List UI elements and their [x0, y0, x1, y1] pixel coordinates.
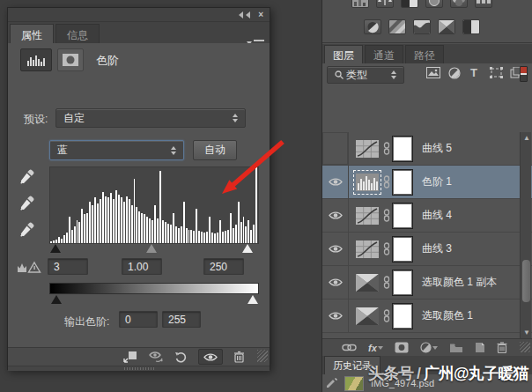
- gradient-map-icon[interactable]: [413, 19, 431, 34]
- mask-link-icon[interactable]: [383, 309, 390, 322]
- selective-color-icon[interactable]: [438, 19, 455, 34]
- mask-link-icon[interactable]: [383, 175, 390, 189]
- properties-window: × 属性 信息 色阶 预设: 自定 蓝 自动: [7, 7, 270, 370]
- filter-adjustment-layers-icon[interactable]: [448, 67, 461, 79]
- filter-type-layers-icon[interactable]: T: [470, 66, 477, 79]
- auto-button[interactable]: 自动: [193, 140, 237, 160]
- layer-row[interactable]: 选取颜色 1: [322, 300, 532, 333]
- snapshot-thumbnail[interactable]: [344, 376, 364, 391]
- channel-mixer-icon[interactable]: [450, 0, 468, 8]
- adjustment-thumbnail[interactable]: [355, 138, 380, 159]
- color-lookup-icon[interactable]: [475, 0, 492, 8]
- layer-row[interactable]: 选取颜色 1 副本: [322, 266, 532, 300]
- channel-select[interactable]: 蓝: [49, 140, 184, 160]
- reset-adjustment-icon[interactable]: [174, 349, 188, 365]
- layer-row[interactable]: 曲线 4: [322, 199, 532, 233]
- drag-handle-icon[interactable]: [124, 367, 156, 370]
- scrollbar-thumb[interactable]: [522, 260, 530, 302]
- tab-info[interactable]: 信息: [55, 24, 100, 43]
- layer-mask-thumbnail[interactable]: [392, 169, 413, 196]
- mask-link-icon[interactable]: [383, 142, 390, 155]
- layer-styles-icon[interactable]: fx: [368, 343, 383, 353]
- layers-tabbar: 图层 通道 路径: [322, 44, 532, 63]
- invert-icon[interactable]: [364, 19, 381, 34]
- filter-kind-select[interactable]: 类型: [327, 66, 404, 84]
- black-input-slider[interactable]: [50, 244, 61, 253]
- scroll-down-icon[interactable]: ▼: [523, 329, 530, 337]
- mask-link-icon[interactable]: [383, 242, 390, 255]
- layer-visibility-toggle[interactable]: [322, 266, 349, 299]
- white-point-eyedropper-icon[interactable]: [19, 222, 34, 237]
- layer-mask-thumbnail[interactable]: [392, 303, 413, 329]
- delete-adjustment-icon[interactable]: [233, 349, 245, 365]
- filter-shape-layers-icon[interactable]: [490, 67, 503, 78]
- input-black-field[interactable]: 3: [48, 258, 88, 275]
- input-gamma-field[interactable]: 1.00: [122, 258, 162, 275]
- tab-paths[interactable]: 路径: [405, 45, 444, 63]
- photo-filter-icon[interactable]: [425, 0, 443, 8]
- preset-select[interactable]: 自定: [55, 108, 246, 128]
- layer-row[interactable]: 曲线 5: [322, 132, 532, 166]
- new-layer-icon[interactable]: [475, 342, 485, 353]
- layer-visibility-toggle[interactable]: [322, 166, 349, 198]
- layer-mask-thumbnail[interactable]: [392, 136, 413, 162]
- layer-mask-thumbnail[interactable]: [392, 236, 413, 263]
- clip-to-layer-icon[interactable]: [123, 349, 137, 365]
- scroll-up-icon[interactable]: ▲: [523, 134, 530, 142]
- layer-visibility-toggle[interactable]: [322, 233, 349, 265]
- scrollbar[interactable]: ▲ ▼: [520, 132, 531, 338]
- adjustment-thumbnail[interactable]: [355, 272, 380, 293]
- toggle-visibility-icon[interactable]: [198, 349, 223, 365]
- gamma-input-slider[interactable]: [146, 244, 157, 253]
- mask-link-icon[interactable]: [383, 209, 390, 222]
- filter-toggle-switch[interactable]: [520, 66, 528, 82]
- delete-layer-icon[interactable]: [497, 342, 507, 353]
- output-white-slider[interactable]: [248, 295, 258, 304]
- collapse-panel-icon[interactable]: [239, 11, 250, 18]
- layer-visibility-toggle[interactable]: [322, 300, 349, 332]
- new-adjustment-layer-icon[interactable]: [420, 342, 438, 353]
- input-white-field[interactable]: 250: [203, 258, 244, 275]
- layer-visibility-toggle[interactable]: [322, 132, 349, 165]
- view-previous-state-icon[interactable]: [148, 349, 164, 365]
- adjustment-thumbnail[interactable]: [355, 172, 380, 193]
- output-black-field[interactable]: 0: [119, 311, 158, 328]
- output-black-slider[interactable]: [51, 295, 62, 304]
- levels-properties: 色阶 预设: 自定 蓝 自动: [8, 43, 270, 347]
- history-source-icon[interactable]: [326, 378, 337, 388]
- posterize-icon[interactable]: [388, 19, 406, 34]
- close-icon[interactable]: ×: [258, 11, 263, 18]
- white-input-slider[interactable]: [242, 244, 253, 253]
- layer-row[interactable]: 色阶 1: [322, 166, 532, 199]
- mask-thumbnail-icon[interactable]: [57, 48, 84, 71]
- adjustment-thumbnail[interactable]: [355, 306, 380, 327]
- levels-badge-icon[interactable]: [20, 48, 52, 71]
- tab-properties[interactable]: 属性: [10, 24, 54, 43]
- dock-resize-grip-icon[interactable]: [520, 342, 530, 352]
- layer-row[interactable]: 曲线 3: [322, 233, 532, 266]
- output-levels-label: 输出色阶:: [64, 314, 109, 329]
- new-group-icon[interactable]: [449, 343, 463, 353]
- add-layer-mask-icon[interactable]: [395, 342, 409, 353]
- adjustment-thumbnail[interactable]: [355, 239, 380, 260]
- preset-label: 预设:: [24, 112, 48, 127]
- hue-saturation-icon[interactable]: [351, 0, 369, 8]
- black-white-icon[interactable]: [401, 0, 418, 8]
- adjustment-thumbnail[interactable]: [355, 205, 380, 226]
- black-point-eyedropper-icon[interactable]: [19, 169, 34, 184]
- layer-visibility-toggle[interactable]: [322, 199, 349, 232]
- tab-channels[interactable]: 通道: [365, 45, 403, 63]
- gray-point-eyedropper-icon[interactable]: [19, 196, 34, 211]
- properties-toolbar: [8, 347, 270, 366]
- tab-layers[interactable]: 图层: [324, 45, 363, 63]
- layer-mask-thumbnail[interactable]: [392, 270, 413, 296]
- resize-grip-icon[interactable]: [257, 350, 268, 362]
- layer-mask-thumbnail[interactable]: [392, 203, 413, 229]
- window-titlebar[interactable]: ×: [8, 8, 270, 22]
- color-balance-icon[interactable]: [376, 0, 394, 8]
- threshold-icon[interactable]: [462, 19, 480, 34]
- link-layers-icon[interactable]: [342, 344, 357, 351]
- mask-link-icon[interactable]: [383, 276, 390, 289]
- filter-pixel-layers-icon[interactable]: [426, 67, 440, 78]
- output-white-field[interactable]: 255: [162, 311, 201, 328]
